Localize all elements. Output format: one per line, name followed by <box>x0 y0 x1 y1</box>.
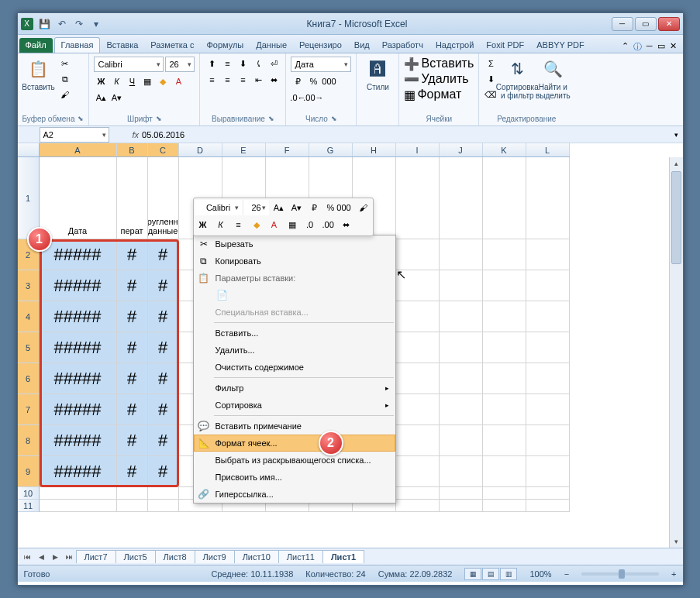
workbook-restore-icon[interactable]: ▭ <box>657 41 665 53</box>
col-header-B[interactable]: B <box>117 143 148 156</box>
italic-icon[interactable]: К <box>109 74 123 88</box>
zoom-slider[interactable] <box>581 572 659 576</box>
mt-bold-icon[interactable]: Ж <box>195 217 211 232</box>
border-icon[interactable]: ▦ <box>140 74 154 88</box>
orientation-icon[interactable]: ⤹ <box>251 57 265 70</box>
row-header-6[interactable]: 6 <box>18 363 40 394</box>
sheet-nav-first-icon[interactable]: ⏮ <box>21 551 35 563</box>
sheet-tab-active[interactable]: Лист1 <box>322 550 364 563</box>
cell-K6[interactable] <box>483 363 526 394</box>
row-header-9[interactable]: 9 <box>18 456 40 487</box>
ctx-clear[interactable]: Очистить содержимое <box>194 359 395 376</box>
cell-I10[interactable] <box>396 487 440 500</box>
mt-fontcolor-icon[interactable]: A <box>267 217 282 232</box>
shrink-font-icon[interactable]: A▾ <box>109 91 123 105</box>
cell-J3[interactable] <box>440 270 483 301</box>
tab-addins[interactable]: Надстрой <box>429 38 480 53</box>
cell-B4[interactable]: # <box>117 301 148 332</box>
cell-I7[interactable] <box>396 394 440 425</box>
help-icon[interactable]: ⓘ <box>633 41 642 53</box>
cell-B8[interactable]: # <box>117 425 148 456</box>
cell-A7[interactable]: ##### <box>40 394 117 425</box>
cell-A5[interactable]: ##### <box>40 332 117 363</box>
ctx-filter[interactable]: Фильтр▸ <box>194 380 395 397</box>
align-bottom-icon[interactable]: ⬇ <box>236 57 250 70</box>
view-pagelayout-icon[interactable]: ▤ <box>482 568 499 580</box>
mt-merge-icon[interactable]: ⬌ <box>339 217 354 232</box>
ctx-hyperlink[interactable]: 🔗Гиперссылка... <box>194 486 395 503</box>
cell-C10[interactable] <box>148 487 179 500</box>
autosum-icon[interactable]: Σ <box>484 57 498 70</box>
align-left-icon[interactable]: ≡ <box>205 73 219 87</box>
cell-B11[interactable] <box>117 500 148 512</box>
cell-L4[interactable] <box>526 301 570 332</box>
cell-J6[interactable] <box>440 363 483 394</box>
font-combo[interactable]: Calibri <box>94 57 164 72</box>
tab-file[interactable]: Файл <box>19 38 53 53</box>
cell-J10[interactable] <box>440 487 483 500</box>
cell-J8[interactable] <box>440 425 483 456</box>
cell-I1[interactable] <box>396 157 440 239</box>
sheet-nav-next-icon[interactable]: ▶ <box>49 551 63 563</box>
cell-K11[interactable] <box>483 500 526 512</box>
cell-J7[interactable] <box>440 394 483 425</box>
cell-J5[interactable] <box>440 332 483 363</box>
cell-B7[interactable]: # <box>117 394 148 425</box>
cell-C2[interactable]: # <box>148 239 179 270</box>
paste-button[interactable]: 📋 Вставить <box>22 57 55 91</box>
qat-dropdown-icon[interactable]: ▾ <box>89 17 103 31</box>
fontsize-combo[interactable]: 26 <box>165 57 195 72</box>
redo-icon[interactable]: ↷ <box>72 17 86 31</box>
cell-K5[interactable] <box>483 332 526 363</box>
cell-L2[interactable] <box>526 239 570 270</box>
mt-size-combo[interactable]: 26 <box>244 200 269 215</box>
cell-B2[interactable]: # <box>117 239 148 270</box>
sheet-tab[interactable]: Лист8 <box>155 550 195 563</box>
cell-B6[interactable]: # <box>117 363 148 394</box>
tab-insert[interactable]: Вставка <box>100 38 144 53</box>
cell-K3[interactable] <box>483 270 526 301</box>
cell-K7[interactable] <box>483 394 526 425</box>
cell-C6[interactable]: # <box>148 363 179 394</box>
tab-data[interactable]: Данные <box>250 38 293 53</box>
cell-J4[interactable] <box>440 301 483 332</box>
decrease-decimal-icon[interactable]: .00→ <box>306 91 320 105</box>
tab-review[interactable]: Рецензиро <box>293 38 348 53</box>
cell-I6[interactable] <box>396 363 440 394</box>
workbook-min-icon[interactable]: ─ <box>647 41 653 53</box>
mt-fill-icon[interactable]: ◆ <box>249 217 264 232</box>
mt-shrink-icon[interactable]: A▾ <box>289 200 305 215</box>
cell-I8[interactable] <box>396 425 440 456</box>
tab-layout[interactable]: Разметка с <box>144 38 200 53</box>
save-icon[interactable]: 💾 <box>38 17 52 31</box>
tab-developer[interactable]: Разработч <box>376 38 429 53</box>
cell-A10[interactable] <box>40 487 117 500</box>
cell-K1[interactable] <box>483 157 526 239</box>
cell-A6[interactable]: ##### <box>40 363 117 394</box>
zoom-in-icon[interactable]: + <box>671 569 676 579</box>
ctx-format-cells[interactable]: 📐Формат ячеек... 2 <box>194 435 395 452</box>
maximize-button[interactable]: ▭ <box>635 17 657 31</box>
ctx-define-name[interactable]: Присвоить имя... <box>194 469 395 486</box>
row-header-3[interactable]: 3 <box>18 270 40 301</box>
row-header-5[interactable]: 5 <box>18 332 40 363</box>
font-launcher-icon[interactable]: ⬊ <box>156 115 162 122</box>
clipboard-launcher-icon[interactable]: ⬊ <box>78 115 84 122</box>
row-header-4[interactable]: 4 <box>18 301 40 332</box>
cell-L11[interactable] <box>526 500 570 512</box>
tab-formulas[interactable]: Формулы <box>200 38 250 53</box>
sheet-nav-last-icon[interactable]: ⏭ <box>63 551 77 563</box>
cell-A3[interactable]: ##### <box>40 270 117 301</box>
sheet-tab[interactable]: Лист7 <box>76 550 116 563</box>
format-cells-button[interactable]: ▦Формат <box>404 88 461 102</box>
cell-C9[interactable]: # <box>148 456 179 487</box>
insert-cells-button[interactable]: ➕Вставить <box>404 57 474 71</box>
tab-view[interactable]: Вид <box>348 38 376 53</box>
cell-C7[interactable]: # <box>148 394 179 425</box>
col-header-D[interactable]: D <box>179 143 222 156</box>
number-launcher-icon[interactable]: ⬊ <box>331 115 337 122</box>
cell-I11[interactable] <box>396 500 440 512</box>
cell-A8[interactable]: ##### <box>40 425 117 456</box>
cell-C3[interactable]: # <box>148 270 179 301</box>
currency-icon[interactable]: ₽ <box>291 74 305 88</box>
